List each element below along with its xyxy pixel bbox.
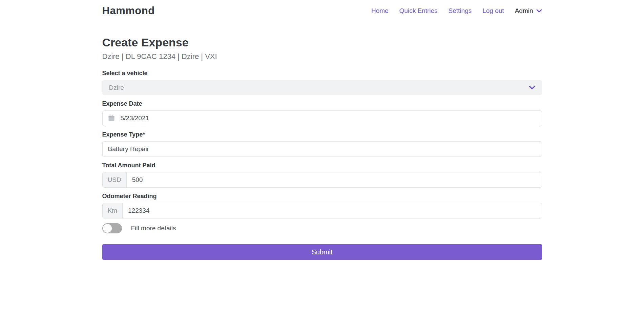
calendar-icon — [108, 115, 115, 122]
expense-type-input[interactable] — [102, 141, 542, 157]
expense-date-label: Expense Date — [102, 100, 542, 107]
create-expense-form: Select a vehicle Dzire Expense Date Expe… — [102, 70, 542, 260]
currency-prefix: USD — [103, 172, 127, 187]
toggle-knob — [103, 224, 112, 233]
chevron-down-icon — [536, 9, 542, 13]
fill-more-details-label: Fill more details — [131, 225, 176, 232]
nav-item-home[interactable]: Home — [371, 7, 389, 15]
odometer-field-wrap: Km — [102, 203, 542, 218]
fill-more-details-toggle[interactable] — [102, 223, 122, 233]
vehicle-summary: Dzire | DL 9CAC 1234 | Dzire | VXI — [102, 52, 542, 61]
brand-logo[interactable]: Hammond — [102, 5, 155, 17]
total-amount-label: Total Amount Paid — [102, 162, 542, 169]
distance-unit-prefix: Km — [103, 203, 123, 218]
user-menu-admin[interactable]: Admin — [515, 7, 542, 15]
main-nav: Home Quick Entries Settings Log out Admi… — [371, 7, 542, 15]
vehicle-select[interactable]: Dzire — [102, 80, 542, 95]
page-title: Create Expense — [102, 36, 542, 49]
nav-item-logout[interactable]: Log out — [482, 7, 504, 15]
expense-type-label: Expense Type* — [102, 131, 542, 138]
expense-date-field-wrap — [102, 110, 542, 126]
total-amount-field-wrap: USD — [102, 172, 542, 188]
user-menu-label: Admin — [515, 7, 533, 15]
create-expense-page: Create Expense Dzire | DL 9CAC 1234 | Dz… — [102, 17, 542, 260]
vehicle-select-label: Select a vehicle — [102, 70, 542, 77]
total-amount-input[interactable] — [127, 172, 542, 187]
expense-date-input[interactable] — [121, 111, 536, 126]
submit-button[interactable]: Submit — [102, 244, 542, 260]
vehicle-select-value: Dzire — [109, 84, 124, 91]
app-header: Hammond Home Quick Entries Settings Log … — [0, 0, 644, 17]
nav-item-settings[interactable]: Settings — [449, 7, 472, 15]
odometer-label: Odometer Reading — [102, 193, 542, 200]
odometer-input[interactable] — [123, 203, 542, 218]
chevron-down-icon — [529, 86, 535, 90]
nav-item-quick-entries[interactable]: Quick Entries — [399, 7, 438, 15]
more-details-row: Fill more details — [102, 223, 542, 233]
